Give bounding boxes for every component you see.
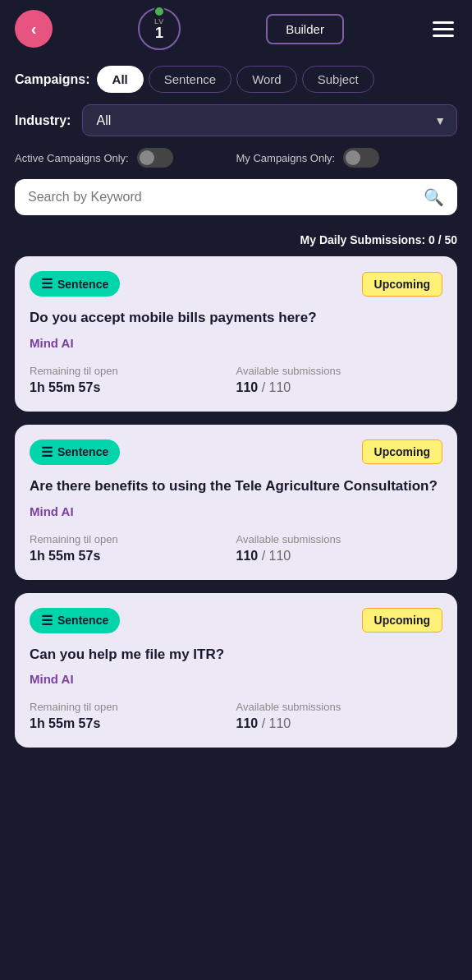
card-header: ☰ Sentence Upcoming — [30, 439, 442, 465]
level-number: 1 — [155, 25, 163, 40]
available-value: 110 / 110 — [236, 716, 443, 731]
my-campaigns-label: My Campaigns Only: — [236, 152, 336, 164]
card-stats: Remaining til open 1h 55m 57s Available … — [30, 701, 442, 731]
tab-subject[interactable]: Subject — [302, 66, 374, 93]
remaining-value: 1h 55m 57s — [30, 549, 236, 564]
type-badge: ☰ Sentence — [30, 439, 120, 465]
filters-section: Campaigns: AllSentenceWordSubject Indust… — [0, 58, 472, 227]
search-row: 🔍 — [15, 179, 457, 215]
my-campaigns-toggle-group: My Campaigns Only: — [236, 148, 458, 168]
industry-label: Industry: — [15, 113, 71, 128]
remaining-value: 1h 55m 57s — [30, 380, 236, 395]
active-campaigns-label: Active Campaigns Only: — [15, 152, 129, 164]
back-button[interactable]: ‹ — [15, 10, 53, 48]
tab-sentence[interactable]: Sentence — [149, 66, 231, 93]
card-org: Mind AI — [30, 336, 442, 350]
campaigns-row: Campaigns: AllSentenceWordSubject — [15, 66, 457, 93]
tab-word[interactable]: Word — [236, 66, 297, 93]
campaign-card[interactable]: ☰ Sentence Upcoming Can you help me file… — [15, 593, 457, 748]
toggles-row: Active Campaigns Only: My Campaigns Only… — [15, 148, 457, 168]
remaining-stat: Remaining til open 1h 55m 57s — [30, 365, 236, 395]
campaigns-label: Campaigns: — [15, 72, 90, 87]
card-header: ☰ Sentence Upcoming — [30, 271, 442, 297]
available-label: Available submissions — [236, 701, 443, 713]
active-campaigns-toggle-group: Active Campaigns Only: — [15, 148, 236, 168]
upcoming-badge: Upcoming — [362, 608, 442, 633]
campaign-card[interactable]: ☰ Sentence Upcoming Do you accept mobile… — [15, 256, 457, 412]
card-stats: Remaining til open 1h 55m 57s Available … — [30, 533, 442, 564]
available-value: 110 / 110 — [236, 380, 443, 395]
sentence-icon: ☰ — [41, 276, 53, 292]
card-stats: Remaining til open 1h 55m 57s Available … — [30, 365, 442, 395]
type-label: Sentence — [57, 445, 108, 458]
remaining-label: Remaining til open — [30, 533, 236, 545]
available-stat: Available submissions 110 / 110 — [236, 701, 443, 731]
upcoming-badge: Upcoming — [362, 272, 442, 297]
tab-all[interactable]: All — [97, 66, 144, 93]
sentence-icon: ☰ — [41, 613, 53, 628]
available-label: Available submissions — [236, 365, 443, 377]
level-badge: LV 1 — [138, 7, 181, 50]
submissions-text: My Daily Submissions: 0 / 50 — [300, 233, 457, 246]
available-value: 110 / 110 — [236, 549, 443, 564]
remaining-label: Remaining til open — [30, 701, 236, 713]
remaining-stat: Remaining til open 1h 55m 57s — [30, 701, 236, 731]
remaining-stat: Remaining til open 1h 55m 57s — [30, 533, 236, 564]
my-campaigns-toggle[interactable] — [343, 148, 379, 168]
submissions-counter: My Daily Submissions: 0 / 50 — [0, 227, 472, 250]
header: ‹ LV 1 Builder — [0, 0, 472, 58]
industry-select-wrapper: All Agriculture Finance Healthcare Techn… — [82, 104, 457, 136]
sentence-icon: ☰ — [41, 444, 53, 460]
hamburger-menu[interactable] — [429, 18, 457, 40]
campaign-tabs: AllSentenceWordSubject — [97, 66, 374, 93]
cards-container: ☰ Sentence Upcoming Do you accept mobile… — [0, 250, 472, 764]
industry-row: Industry: All Agriculture Finance Health… — [15, 104, 457, 136]
campaign-card[interactable]: ☰ Sentence Upcoming Are there benefits t… — [15, 425, 457, 580]
type-label: Sentence — [57, 614, 108, 627]
remaining-value: 1h 55m 57s — [30, 716, 236, 731]
builder-button[interactable]: Builder — [266, 14, 344, 44]
card-question: Are there benefits to using the Tele Agr… — [30, 476, 442, 496]
upcoming-badge: Upcoming — [362, 439, 442, 464]
industry-select[interactable]: All Agriculture Finance Healthcare Techn… — [82, 104, 457, 136]
card-org: Mind AI — [30, 504, 442, 518]
type-badge: ☰ Sentence — [30, 608, 120, 633]
search-icon: 🔍 — [424, 187, 444, 207]
card-question: Can you help me file my ITR? — [30, 645, 442, 665]
card-header: ☰ Sentence Upcoming — [30, 608, 442, 633]
search-input[interactable] — [28, 190, 415, 205]
remaining-label: Remaining til open — [30, 365, 236, 377]
available-stat: Available submissions 110 / 110 — [236, 365, 443, 395]
type-badge: ☰ Sentence — [30, 271, 120, 297]
card-question: Do you accept mobile bills payments here… — [30, 308, 442, 328]
card-org: Mind AI — [30, 672, 442, 686]
available-label: Available submissions — [236, 533, 443, 545]
available-stat: Available submissions 110 / 110 — [236, 533, 443, 564]
type-label: Sentence — [57, 278, 108, 291]
active-campaigns-toggle[interactable] — [137, 148, 173, 168]
